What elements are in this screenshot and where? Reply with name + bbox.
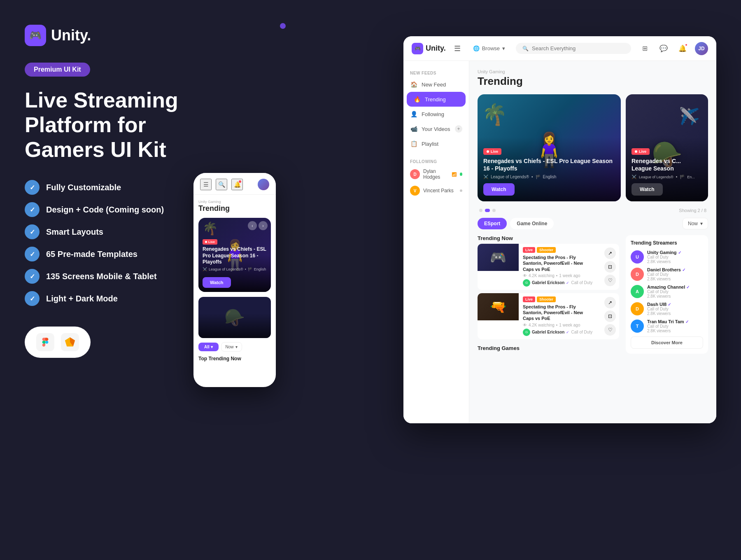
save-btn-2[interactable]: ⊡: [604, 310, 616, 322]
streamer-1[interactable]: U Unity Gaming ✓ Call of Duty 2.8K viewe…: [631, 250, 703, 264]
flag-icon-2: 🏴: [680, 175, 685, 179]
logo-icon: 🎮: [25, 25, 46, 46]
main-headline: Live Streaming Platform for Gamers UI Ki…: [25, 88, 198, 162]
watch-button-2[interactable]: Watch: [631, 183, 663, 196]
page-dot-2[interactable]: [485, 209, 490, 212]
hero-card-title-2: Renegades vs C...League Season: [631, 157, 702, 172]
chat-button[interactable]: 💬: [657, 42, 670, 55]
sidebar-item-playlist[interactable]: 📋 Playlist: [403, 136, 469, 151]
like-btn-1[interactable]: ♡: [604, 275, 616, 286]
section-title: Trending: [478, 75, 708, 88]
mobile-hero-nav: ‹ ›: [248, 221, 268, 230]
mobile-body: Unity Gaming Trending 🧍‍♀️ 🌴 ‹ › Live Re…: [193, 195, 276, 386]
feature-item-1: ✓ Fully Customizable: [25, 180, 198, 195]
feature-item-3: ✓ Smart Layouts: [25, 224, 198, 239]
streamer-4[interactable]: D Dash UI8 ✓ Call of Duty 2.8K viewers: [631, 302, 703, 316]
mobile-hamburger[interactable]: ☰: [200, 179, 212, 190]
streamer-row-1: G Gabriel Erickson ✓ Call of Duty: [523, 279, 593, 287]
notification-button[interactable]: 🔔: [676, 42, 689, 55]
app-logo-small: 🎮 Unity.: [412, 43, 446, 54]
sketch-icon: [61, 333, 79, 351]
hero-cards-container: 🌴 🧍‍♀️ Live Renegades vs Chiefs - ESL Pr…: [478, 94, 708, 201]
hero-card-meta-1: ⚔️ League of Legends® • 🏴 English: [483, 175, 615, 179]
search-input[interactable]: [532, 45, 624, 51]
feature-text-4: 65 Pre-made Templates: [46, 250, 137, 259]
trending-list: 🎮 Live Shooter Spectating the Pros - Fly…: [478, 244, 619, 339]
vincent-avatar: V: [410, 186, 420, 196]
trending-icon: 🔥: [413, 96, 421, 103]
your-videos-label: Your Videos: [422, 126, 450, 132]
mobile-user-avatar[interactable]: [258, 179, 269, 190]
hamburger-button[interactable]: ☰: [452, 42, 462, 55]
following-icon: 👤: [410, 110, 417, 118]
feature-text-1: Fully Customizable: [46, 183, 121, 192]
mobile-prev-btn[interactable]: ‹: [248, 221, 257, 230]
trending-item-1[interactable]: 🎮 Live Shooter Spectating the Pros - Fly…: [478, 244, 619, 290]
filter-esport[interactable]: ESport: [478, 218, 507, 229]
filter-game-online[interactable]: Game Online: [510, 218, 554, 229]
watch-button-1[interactable]: Watch: [483, 183, 515, 196]
sidebar-item-your-videos[interactable]: 📹 Your Videos +: [403, 121, 469, 136]
check-icon-2: ✓: [25, 202, 40, 217]
streamer-5[interactable]: T Tran Mau Tri Tam ✓ Call of Duty 2.8K v…: [631, 319, 703, 333]
mobile-secondary-card[interactable]: 🪖: [198, 297, 271, 338]
sidebar-item-following[interactable]: 👤 Following: [403, 107, 469, 121]
mobile-hero-card[interactable]: 🧍‍♀️ 🌴 ‹ › Live Renegades vs Chiefs - ES…: [198, 218, 271, 292]
hero-card-2[interactable]: ✈️ 🪖 Live Renegades vs C...League Season…: [626, 94, 708, 201]
sidebar-item-new-feed[interactable]: 🏠 New Feed: [403, 77, 469, 92]
following-section-label: Following: [403, 156, 469, 166]
new-feeds-label: New Feeds: [403, 68, 469, 77]
streamer-game-2: Call of Duty: [647, 272, 703, 277]
streamer-game-5: Call of Duty: [647, 324, 703, 329]
verified-2: ✓: [682, 268, 685, 272]
following-user-dylan[interactable]: D Dylan Hodges 📶: [403, 166, 469, 183]
mobile-top-trending-label: Top Trending Now: [198, 356, 271, 362]
mobile-filter-now[interactable]: Now ▾: [221, 342, 242, 352]
mobile-filter-all[interactable]: All ▾: [198, 343, 219, 351]
mobile-filter-row: All ▾ Now ▾: [198, 342, 271, 352]
main-grid-left: Trending Now 🎮 Live Shooter: [478, 235, 619, 354]
save-btn-1[interactable]: ⊡: [604, 261, 616, 273]
streamer-views-2: 2.8K viewers: [647, 277, 703, 281]
trending-item-2[interactable]: 🔫 Live Shooter Spectating the Pros - Fly…: [478, 293, 619, 339]
filter-now-dropdown[interactable]: Now ▾: [683, 218, 708, 229]
like-btn-2[interactable]: ♡: [604, 324, 616, 336]
desktop-app-window: 🎮 Unity. ☰ 🌐 Browse ▾ 🔍 ⊞ 💬 🔔 JD New Fee…: [403, 36, 716, 423]
logo-area: 🎮 Unity.: [25, 25, 198, 46]
browse-button[interactable]: 🌐 Browse ▾: [469, 43, 509, 54]
add-button[interactable]: ⊞: [638, 42, 651, 55]
hero-card-content-2: Live Renegades vs C...League Season ⚔️ L…: [626, 141, 708, 201]
shooter-tag-2: Shooter: [537, 296, 556, 302]
page-dot-1[interactable]: [479, 209, 482, 212]
header-icons: ⊞ 💬 🔔 JD: [638, 42, 708, 55]
streamer-avatar-1: U: [631, 250, 644, 264]
streamer-3[interactable]: A Amazing Channel ✓ Call of Duty 2.8K vi…: [631, 285, 703, 299]
premium-badge: Premium UI Kit: [25, 63, 90, 77]
trending-games-section: Trending Games: [478, 345, 619, 351]
hero-card-1[interactable]: 🌴 🧍‍♀️ Live Renegades vs Chiefs - ESL Pr…: [478, 94, 621, 201]
sidebar-item-trending[interactable]: 🔥 Trending: [407, 92, 466, 107]
mobile-search-btn[interactable]: 🔍: [216, 179, 227, 190]
app-header: 🎮 Unity. ☰ 🌐 Browse ▾ 🔍 ⊞ 💬 🔔 JD: [403, 36, 716, 61]
offline-dot: [460, 189, 462, 192]
following-user-vincent[interactable]: V Vincent Parks: [403, 183, 469, 198]
share-btn-1[interactable]: ↗: [604, 247, 616, 259]
user-avatar[interactable]: JD: [695, 42, 708, 55]
game-tag-1: Call of Duty: [571, 280, 592, 285]
search-bar[interactable]: 🔍: [516, 43, 631, 54]
mobile-watch-button[interactable]: Watch: [203, 277, 231, 288]
streamer-2[interactable]: D Daniel Brothers ✓ Call of Duty 2.8K vi…: [631, 267, 703, 281]
check-icon-1: ✓: [25, 180, 40, 195]
mobile-game-icon: ⚔️: [203, 267, 207, 271]
trending-item-title-1: Spectating the Pros - Fly Santorin, Powe…: [523, 254, 593, 272]
streamer-views-1: 2.8K viewers: [647, 259, 703, 264]
check-icon-6: ✓: [25, 291, 40, 306]
mobile-next-btn[interactable]: ›: [259, 221, 268, 230]
mobile-notification-btn[interactable]: 🔔: [231, 179, 243, 190]
add-video-btn[interactable]: +: [455, 125, 462, 133]
share-btn-2[interactable]: ↗: [604, 297, 616, 308]
page-dot-3[interactable]: [492, 209, 496, 212]
discover-more-button[interactable]: Discover More: [631, 336, 703, 349]
streamer-name-1: Gabriel Erickson: [532, 280, 564, 285]
mobile-section-meta: Unity Gaming: [198, 200, 271, 204]
